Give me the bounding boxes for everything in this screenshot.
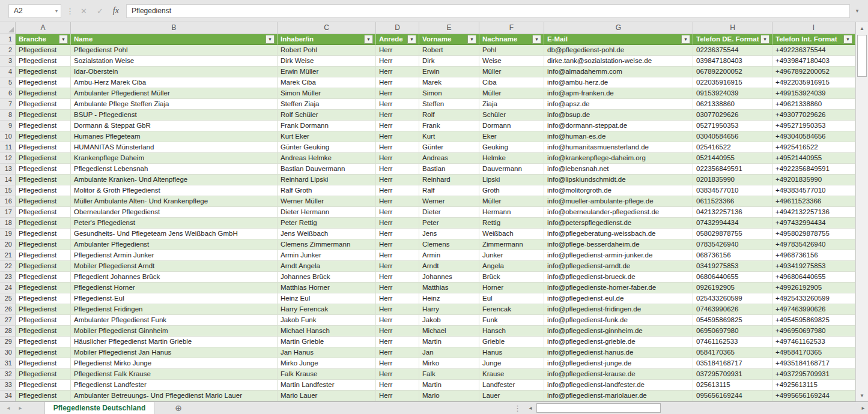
cell[interactable]: Pflegedienst-Eul xyxy=(71,293,278,304)
cell[interactable]: Ambulanter Pflegedienst xyxy=(71,239,278,250)
filter-button[interactable]: ▼ xyxy=(59,35,68,44)
cell[interactable]: Pflegedienst xyxy=(16,315,71,326)
filter-button[interactable]: ▼ xyxy=(681,35,690,44)
row-number[interactable]: 23 xyxy=(0,272,16,283)
cell[interactable]: Heinz Eul xyxy=(278,293,376,304)
cell[interactable]: Lipski xyxy=(479,175,544,185)
column-letter-B[interactable]: B xyxy=(71,22,278,34)
cell[interactable]: 022356849591 xyxy=(693,164,772,175)
cell[interactable]: Pflegedienst xyxy=(16,175,71,185)
cell[interactable]: Ambulanter Betreuungs- Und Pflegedienst … xyxy=(71,391,278,401)
header-cell[interactable]: Anrede▼ xyxy=(376,34,419,45)
cell[interactable]: +49584170365 xyxy=(772,347,855,358)
cell[interactable]: 067892200052 xyxy=(693,67,772,77)
cell[interactable]: Pflegedienst xyxy=(16,250,71,261)
cell[interactable]: Pflegedienst Lebensnah xyxy=(71,164,278,175)
cell[interactable]: Armin xyxy=(419,250,479,261)
cell[interactable]: Bastian xyxy=(419,164,479,175)
cell[interactable]: Martin xyxy=(419,380,479,391)
row-number[interactable]: 28 xyxy=(0,326,16,337)
cell[interactable]: 06806440655 xyxy=(693,272,772,283)
cell[interactable]: Pflegedienst xyxy=(16,218,71,229)
cell[interactable]: Peter Rettig xyxy=(278,218,376,229)
cell[interactable]: info@pflegedienst-junge.de xyxy=(544,358,693,369)
cell[interactable]: info@pflegedienst-grieble.de xyxy=(544,337,693,347)
cell[interactable]: Funk xyxy=(479,315,544,326)
header-cell[interactable]: Vorname▼ xyxy=(419,34,479,45)
cell[interactable]: Herr xyxy=(376,380,419,391)
scroll-up-icon[interactable]: ▲ xyxy=(856,22,868,34)
cell[interactable]: 058029878755 xyxy=(693,229,772,239)
cell[interactable]: +497461162533 xyxy=(772,337,855,347)
cell[interactable]: info@pflegedienst-ginnheim.de xyxy=(544,326,693,337)
cell[interactable]: Herr xyxy=(376,293,419,304)
row-number[interactable]: 6 xyxy=(0,88,16,99)
header-cell[interactable]: Inhaber/in▼ xyxy=(278,34,376,45)
cell[interactable]: +49201835990 xyxy=(772,175,855,185)
cell[interactable]: Pflegedienst xyxy=(16,326,71,337)
cell[interactable]: Pflegedienst xyxy=(16,142,71,153)
next-sheet-icon[interactable]: ► xyxy=(18,406,23,411)
cell[interactable]: 0621338860 xyxy=(693,99,772,110)
cell[interactable]: Zimmermann xyxy=(479,239,544,250)
row-number[interactable]: 13 xyxy=(0,164,16,175)
add-sheet-icon[interactable]: ⊕ xyxy=(175,404,182,412)
cell[interactable]: Herr xyxy=(376,110,419,121)
cell[interactable]: Pflegedienst xyxy=(16,229,71,239)
cell[interactable]: Sozialstation Weise xyxy=(71,56,278,67)
cell[interactable]: +4925613115 xyxy=(772,380,855,391)
cell[interactable]: +49611523366 xyxy=(772,196,855,207)
cell[interactable]: Ferencak xyxy=(479,304,544,315)
cell[interactable]: info@lebensnah.net xyxy=(544,164,693,175)
row-number[interactable]: 12 xyxy=(0,153,16,164)
cell[interactable]: +499153924039 xyxy=(772,88,855,99)
cell[interactable]: +49926192905 xyxy=(772,283,855,293)
cell[interactable]: 06950697980 xyxy=(693,326,772,337)
cell[interactable]: +4967892200052 xyxy=(772,67,855,77)
cell[interactable]: Günter xyxy=(419,142,479,153)
select-all-corner[interactable] xyxy=(0,22,16,34)
cell[interactable]: Peter's Pflegedienst xyxy=(71,218,278,229)
cell[interactable]: Pflegedienst xyxy=(16,304,71,315)
cell[interactable]: 0584170365 xyxy=(693,347,772,358)
header-cell[interactable]: Telefon DE. Format▼ xyxy=(693,34,772,45)
sheet-tab-active[interactable]: Pflegedienste Deutschland xyxy=(44,402,154,414)
cell[interactable]: Eker xyxy=(479,131,544,142)
cell[interactable]: Herr xyxy=(376,337,419,347)
cell[interactable]: Erwin Müller xyxy=(278,67,376,77)
cell[interactable]: Horner xyxy=(479,283,544,293)
cell[interactable]: info@krankenpflege-daheim.org xyxy=(544,153,693,164)
cell[interactable]: Pflegedienst xyxy=(16,110,71,121)
cell[interactable]: Werner xyxy=(419,196,479,207)
enter-icon[interactable]: ✓ xyxy=(97,7,103,16)
cell[interactable]: 025613115 xyxy=(693,380,772,391)
row-number[interactable]: 29 xyxy=(0,337,16,347)
cell[interactable]: Pflegedienst xyxy=(16,99,71,110)
cell[interactable]: +497463990626 xyxy=(772,304,855,315)
cell[interactable]: Humanes Pflegeteam xyxy=(71,131,278,142)
cell[interactable]: Kurt xyxy=(419,131,479,142)
cell[interactable]: info@apsz.de xyxy=(544,99,693,110)
cell[interactable]: Falk xyxy=(419,369,479,380)
cell[interactable]: +49621338860 xyxy=(772,99,855,110)
row-number[interactable]: 15 xyxy=(0,185,16,196)
cell[interactable]: dirke.tank@sozialstation-weise.de xyxy=(544,56,693,67)
cell[interactable]: Johannes Brück xyxy=(278,272,376,283)
cell[interactable]: 07463990626 xyxy=(693,304,772,315)
cell[interactable]: info@pflegedienst-funk.de xyxy=(544,315,693,326)
cell[interactable]: Harry Ferencak xyxy=(278,304,376,315)
horizontal-scroll-thumb[interactable] xyxy=(536,403,661,413)
cell[interactable]: info@bsup.de xyxy=(544,110,693,121)
cell[interactable]: info@pflegedienst-eul.de xyxy=(544,293,693,304)
cell[interactable]: 095656169244 xyxy=(693,391,772,401)
cell[interactable]: Jakob xyxy=(419,315,479,326)
cell[interactable]: Herr xyxy=(376,99,419,110)
cell[interactable]: 03834577010 xyxy=(693,185,772,196)
cell[interactable]: Brück xyxy=(479,272,544,283)
cell[interactable]: Junker xyxy=(479,250,544,261)
cell[interactable]: Pflegedienst xyxy=(16,272,71,283)
cell[interactable]: Geuking xyxy=(479,142,544,153)
cell[interactable]: Pflegedienst xyxy=(16,153,71,164)
cell[interactable]: Pflegedienst Mirko Junge xyxy=(71,358,278,369)
row-number[interactable]: 11 xyxy=(0,142,16,153)
